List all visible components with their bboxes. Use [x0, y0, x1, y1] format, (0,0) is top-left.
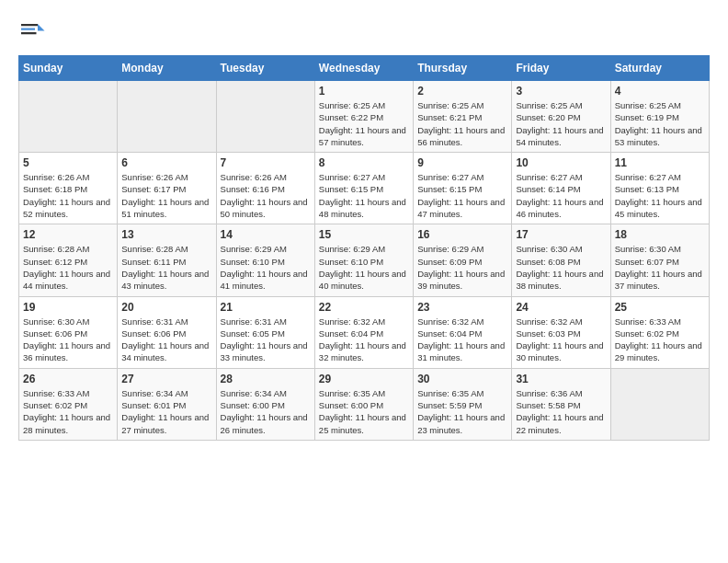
calendar-cell [216, 81, 314, 153]
day-number: 23 [417, 301, 507, 314]
day-number: 29 [319, 373, 409, 385]
calendar-cell: 13Sunrise: 6:28 AM Sunset: 6:11 PM Dayli… [118, 224, 216, 296]
day-number: 12 [23, 228, 113, 241]
header-cell-sunday: Sunday [19, 56, 118, 81]
calendar-cell: 17Sunrise: 6:30 AM Sunset: 6:08 PM Dayli… [512, 224, 610, 296]
day-number: 17 [516, 228, 606, 241]
calendar-cell: 14Sunrise: 6:29 AM Sunset: 6:10 PM Dayli… [216, 224, 314, 296]
week-row-1: 1Sunrise: 6:25 AM Sunset: 6:22 PM Daylig… [19, 81, 710, 153]
day-info: Sunrise: 6:32 AM Sunset: 6:03 PM Dayligh… [516, 316, 606, 364]
day-number: 5 [23, 156, 113, 169]
day-info: Sunrise: 6:26 AM Sunset: 6:18 PM Dayligh… [23, 171, 113, 220]
day-number: 16 [417, 228, 507, 241]
day-info: Sunrise: 6:31 AM Sunset: 6:05 PM Dayligh… [221, 316, 311, 364]
day-number: 7 [221, 156, 311, 169]
day-info: Sunrise: 6:36 AM Sunset: 5:58 PM Dayligh… [516, 387, 606, 436]
calendar-cell: 20Sunrise: 6:31 AM Sunset: 6:06 PM Dayli… [118, 296, 216, 368]
calendar-cell: 15Sunrise: 6:29 AM Sunset: 6:10 PM Dayli… [314, 224, 413, 296]
day-info: Sunrise: 6:30 AM Sunset: 6:08 PM Dayligh… [516, 243, 606, 292]
day-info: Sunrise: 6:33 AM Sunset: 6:02 PM Dayligh… [23, 387, 113, 436]
day-info: Sunrise: 6:25 AM Sunset: 6:20 PM Dayligh… [516, 99, 606, 148]
calendar-body: 1Sunrise: 6:25 AM Sunset: 6:22 PM Daylig… [19, 81, 710, 441]
day-number: 31 [516, 373, 606, 385]
calendar-cell: 30Sunrise: 6:35 AM Sunset: 5:59 PM Dayli… [414, 368, 512, 440]
calendar-cell: 29Sunrise: 6:35 AM Sunset: 6:00 PM Dayli… [314, 368, 413, 440]
calendar-cell: 9Sunrise: 6:27 AM Sunset: 6:15 PM Daylig… [414, 153, 512, 224]
calendar-cell: 31Sunrise: 6:36 AM Sunset: 5:58 PM Dayli… [512, 368, 610, 440]
day-number: 25 [615, 301, 705, 314]
calendar-cell: 25Sunrise: 6:33 AM Sunset: 6:02 PM Dayli… [610, 296, 709, 368]
day-number: 10 [516, 156, 606, 169]
calendar-cell [19, 81, 118, 153]
day-info: Sunrise: 6:31 AM Sunset: 6:06 PM Dayligh… [121, 316, 211, 364]
svg-rect-3 [21, 29, 35, 30]
day-number: 21 [221, 301, 311, 314]
day-number: 9 [417, 156, 507, 169]
day-number: 1 [319, 85, 409, 98]
day-info: Sunrise: 6:32 AM Sunset: 6:04 PM Dayligh… [417, 316, 507, 364]
calendar-cell [118, 81, 216, 153]
header-cell-saturday: Saturday [610, 56, 709, 81]
day-info: Sunrise: 6:29 AM Sunset: 6:09 PM Dayligh… [417, 243, 507, 292]
logo-icon [18, 18, 46, 46]
day-info: Sunrise: 6:33 AM Sunset: 6:02 PM Dayligh… [615, 316, 705, 364]
calendar-cell: 7Sunrise: 6:26 AM Sunset: 6:16 PM Daylig… [216, 153, 314, 224]
calendar-cell: 28Sunrise: 6:34 AM Sunset: 6:00 PM Dayli… [216, 368, 314, 440]
day-number: 27 [121, 373, 211, 385]
week-row-3: 12Sunrise: 6:28 AM Sunset: 6:12 PM Dayli… [19, 224, 710, 296]
day-info: Sunrise: 6:25 AM Sunset: 6:19 PM Dayligh… [615, 99, 705, 148]
day-number: 6 [121, 156, 211, 169]
day-number: 3 [516, 85, 606, 98]
day-info: Sunrise: 6:27 AM Sunset: 6:14 PM Dayligh… [516, 171, 606, 220]
calendar-cell: 23Sunrise: 6:32 AM Sunset: 6:04 PM Dayli… [414, 296, 512, 368]
day-info: Sunrise: 6:26 AM Sunset: 6:16 PM Dayligh… [221, 171, 311, 220]
day-info: Sunrise: 6:28 AM Sunset: 6:11 PM Dayligh… [121, 243, 211, 292]
day-info: Sunrise: 6:25 AM Sunset: 6:22 PM Dayligh… [319, 99, 409, 148]
calendar-table: SundayMondayTuesdayWednesdayThursdayFrid… [18, 55, 710, 441]
day-info: Sunrise: 6:30 AM Sunset: 6:07 PM Dayligh… [615, 243, 705, 292]
header-cell-friday: Friday [512, 56, 610, 81]
calendar-cell: 5Sunrise: 6:26 AM Sunset: 6:18 PM Daylig… [19, 153, 118, 224]
header-cell-monday: Monday [118, 56, 216, 81]
calendar-cell: 24Sunrise: 6:32 AM Sunset: 6:03 PM Dayli… [512, 296, 610, 368]
day-number: 13 [121, 228, 211, 241]
calendar-cell: 1Sunrise: 6:25 AM Sunset: 6:22 PM Daylig… [314, 81, 413, 153]
day-number: 28 [221, 373, 311, 385]
day-number: 24 [516, 301, 606, 314]
header-cell-tuesday: Tuesday [216, 56, 314, 81]
day-info: Sunrise: 6:30 AM Sunset: 6:06 PM Dayligh… [23, 316, 113, 364]
day-info: Sunrise: 6:26 AM Sunset: 6:17 PM Dayligh… [121, 171, 211, 220]
day-number: 22 [319, 301, 409, 314]
day-info: Sunrise: 6:35 AM Sunset: 6:00 PM Dayligh… [319, 387, 409, 436]
day-number: 14 [221, 228, 311, 241]
calendar-cell: 21Sunrise: 6:31 AM Sunset: 6:05 PM Dayli… [216, 296, 314, 368]
day-number: 15 [319, 228, 409, 241]
calendar-cell: 26Sunrise: 6:33 AM Sunset: 6:02 PM Dayli… [19, 368, 118, 440]
page-header [18, 18, 710, 46]
calendar-cell: 10Sunrise: 6:27 AM Sunset: 6:14 PM Dayli… [512, 153, 610, 224]
day-number: 11 [615, 156, 705, 169]
calendar-cell: 4Sunrise: 6:25 AM Sunset: 6:19 PM Daylig… [610, 81, 709, 153]
day-info: Sunrise: 6:32 AM Sunset: 6:04 PM Dayligh… [319, 316, 409, 364]
day-number: 2 [417, 85, 507, 98]
day-number: 8 [319, 156, 409, 169]
calendar-cell: 16Sunrise: 6:29 AM Sunset: 6:09 PM Dayli… [414, 224, 512, 296]
calendar-cell: 22Sunrise: 6:32 AM Sunset: 6:04 PM Dayli… [314, 296, 413, 368]
day-info: Sunrise: 6:34 AM Sunset: 6:01 PM Dayligh… [121, 387, 211, 436]
day-info: Sunrise: 6:29 AM Sunset: 6:10 PM Dayligh… [319, 243, 409, 292]
day-number: 30 [417, 373, 507, 385]
day-number: 19 [23, 301, 113, 314]
calendar-cell [610, 368, 709, 440]
day-info: Sunrise: 6:27 AM Sunset: 6:13 PM Dayligh… [615, 171, 705, 220]
svg-rect-4 [21, 32, 37, 34]
day-info: Sunrise: 6:27 AM Sunset: 6:15 PM Dayligh… [319, 171, 409, 220]
calendar-cell: 27Sunrise: 6:34 AM Sunset: 6:01 PM Dayli… [118, 368, 216, 440]
logo [18, 18, 50, 46]
week-row-4: 19Sunrise: 6:30 AM Sunset: 6:06 PM Dayli… [19, 296, 710, 368]
day-info: Sunrise: 6:29 AM Sunset: 6:10 PM Dayligh… [221, 243, 311, 292]
calendar-cell: 11Sunrise: 6:27 AM Sunset: 6:13 PM Dayli… [610, 153, 709, 224]
calendar-cell: 19Sunrise: 6:30 AM Sunset: 6:06 PM Dayli… [19, 296, 118, 368]
week-row-2: 5Sunrise: 6:26 AM Sunset: 6:18 PM Daylig… [19, 153, 710, 224]
calendar-cell: 12Sunrise: 6:28 AM Sunset: 6:12 PM Dayli… [19, 224, 118, 296]
svg-rect-2 [21, 24, 38, 26]
